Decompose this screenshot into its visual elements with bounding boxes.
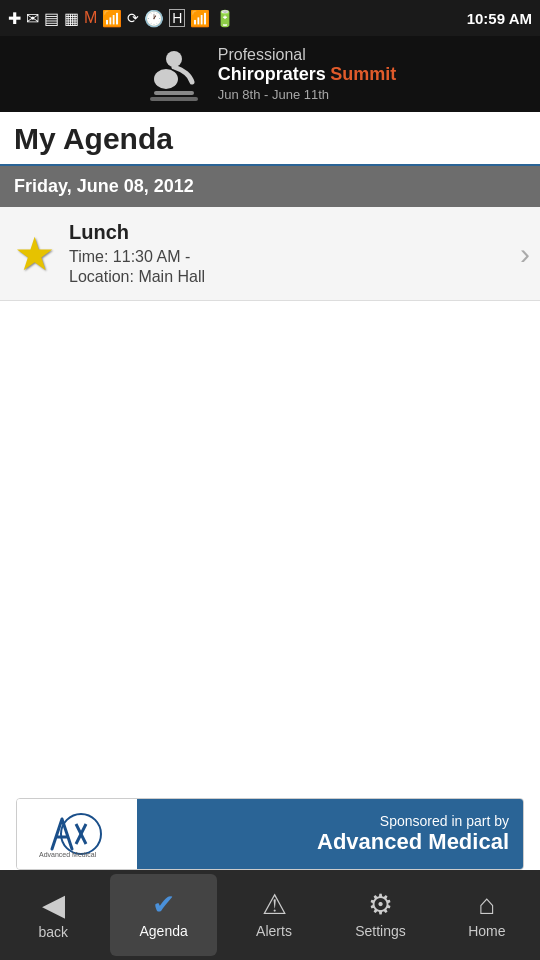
clock-icon: 🕐 (144, 9, 164, 28)
agenda-item-location: Location: Main Hall (69, 268, 512, 286)
chevron-right-icon: › (520, 237, 530, 271)
agenda-item-name: Lunch (69, 221, 512, 244)
nav-label-back: back (38, 924, 68, 940)
app-header: Professional Chiropraters Summit Jun 8th… (0, 36, 540, 112)
email-icon: ✉ (26, 9, 39, 28)
h-icon: H (169, 9, 185, 27)
conference-logo (144, 47, 204, 102)
back-icon: ◀ (42, 890, 65, 920)
nav-item-alerts[interactable]: ⚠ Alerts (221, 870, 327, 960)
agenda-check-icon: ✔ (152, 891, 175, 919)
signal-icon: 📶 (190, 9, 210, 28)
sponsor-prefix: Sponsored in part by (380, 813, 509, 829)
nav-label-agenda: Agenda (139, 923, 187, 939)
header-text: Professional Chiropraters Summit Jun 8th… (218, 46, 397, 102)
agenda-item-time: Time: 11:30 AM - (69, 248, 512, 266)
gmail-icon: M (84, 9, 97, 27)
nav-item-home[interactable]: ⌂ Home (434, 870, 540, 960)
agenda-list: ★ Lunch Time: 11:30 AM - Location: Main … (0, 207, 540, 301)
header-chiropraters: Chiropraters (218, 64, 326, 84)
sponsor-banner: Advanced Medical Sponsored in part by Ad… (16, 798, 524, 870)
status-bar: ✚ ✉ ▤ ▦ M 📶 ⟳ 🕐 H 📶 🔋 10:59 AM (0, 0, 540, 36)
nav-item-back[interactable]: ◀ back (0, 870, 106, 960)
sponsor-name: Advanced Medical (317, 829, 509, 855)
alert-icon: ⚠ (262, 891, 287, 919)
sd-icon: ▤ (44, 9, 59, 28)
nav-item-agenda[interactable]: ✔ Agenda (110, 874, 216, 956)
svg-point-1 (154, 69, 178, 89)
status-icons-left: ✚ ✉ ▤ ▦ M 📶 ⟳ 🕐 H 📶 🔋 (8, 9, 235, 28)
status-time: 10:59 AM (467, 10, 532, 27)
wifi-icon: 📶 (102, 9, 122, 28)
page-title-bar: My Agenda (0, 112, 540, 166)
calendar-icon: ▦ (64, 9, 79, 28)
home-icon: ⌂ (478, 891, 495, 919)
sponsor-text-area: Sponsored in part by Advanced Medical (137, 799, 523, 869)
nav-label-settings: Settings (355, 923, 406, 939)
svg-rect-3 (150, 97, 198, 101)
svg-rect-2 (154, 91, 194, 95)
header-dates: Jun 8th - June 11th (218, 87, 397, 102)
plus-icon: ✚ (8, 9, 21, 28)
settings-icon: ⚙ (368, 891, 393, 919)
agenda-item-lunch[interactable]: ★ Lunch Time: 11:30 AM - Location: Main … (0, 207, 540, 301)
bottom-nav: ◀ back ✔ Agenda ⚠ Alerts ⚙ Settings ⌂ Ho… (0, 870, 540, 960)
nav-item-settings[interactable]: ⚙ Settings (327, 870, 433, 960)
advanced-medical-logo: Advanced Medical (32, 809, 122, 859)
battery-icon: 🔋 (215, 9, 235, 28)
header-summit: Summit (330, 64, 396, 84)
rotate-icon: ⟳ (127, 10, 139, 26)
nav-label-alerts: Alerts (256, 923, 292, 939)
sponsor-logo-area: Advanced Medical (17, 799, 137, 869)
star-icon: ★ (14, 231, 55, 277)
date-section-header: Friday, June 08, 2012 (0, 166, 540, 207)
header-chiro-summit: Chiropraters Summit (218, 64, 397, 85)
svg-text:Advanced Medical: Advanced Medical (39, 851, 97, 858)
agenda-item-details: Lunch Time: 11:30 AM - Location: Main Ha… (69, 221, 512, 286)
page-title: My Agenda (14, 122, 526, 156)
header-professional: Professional (218, 46, 397, 64)
nav-label-home: Home (468, 923, 505, 939)
